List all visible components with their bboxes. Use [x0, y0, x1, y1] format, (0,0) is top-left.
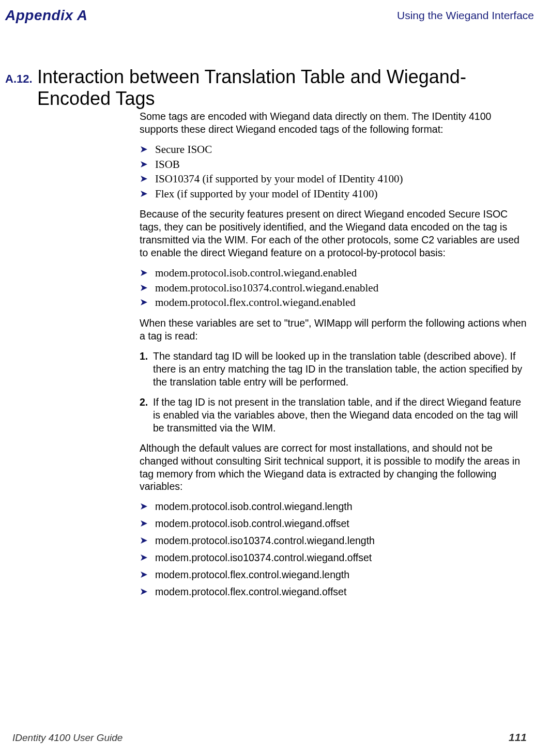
paragraph: When these variables are set to "true", …	[140, 317, 530, 343]
ordered-item: 1. The standard tag ID will be looked up…	[140, 350, 530, 389]
list-text: ISOB	[155, 158, 180, 172]
list-text: modem.protocol.flex.control.wiegand.leng…	[155, 568, 349, 581]
chevron-right-icon: ➤	[140, 551, 155, 564]
list-text: ISO10374 (if supported by your model of …	[155, 173, 403, 186]
chevron-right-icon: ➤	[140, 296, 155, 309]
chevron-right-icon: ➤	[140, 568, 155, 581]
list-item: ➤ modem.protocol.iso10374.control.wiegan…	[140, 534, 530, 547]
body-content: Some tags are encoded with Wiegand data …	[140, 110, 530, 606]
list-item: ➤ modem.protocol.isob.control.wiegand.of…	[140, 517, 530, 530]
footer-guide-name: IDentity 4100 User Guide	[12, 732, 123, 744]
bullet-list: ➤ modem.protocol.isob.control.wiegand.en…	[140, 267, 530, 310]
paragraph: Some tags are encoded with Wiegand data …	[140, 110, 530, 136]
chapter-title: Using the Wiegand Interface	[397, 9, 534, 22]
list-text: modem.protocol.isob.control.wiegand.offs…	[155, 517, 349, 530]
chevron-right-icon: ➤	[140, 173, 155, 186]
list-text: modem.protocol.flex.control.wiegand.offs…	[155, 585, 346, 598]
item-number: 1.	[140, 350, 153, 363]
list-item: ➤ ISOB	[140, 158, 530, 172]
appendix-label: Appendix A	[5, 7, 88, 24]
list-text: Secure ISOC	[155, 143, 212, 157]
list-item: ➤ modem.protocol.flex.control.wiegand.en…	[140, 296, 530, 310]
list-text: modem.protocol.iso10374.control.wiegand.…	[155, 551, 372, 564]
list-text: modem.protocol.flex.control.wiegand.enab…	[155, 296, 356, 310]
page: Appendix A Using the Wiegand Interface A…	[0, 0, 535, 756]
list-item: ➤ modem.protocol.isob.control.wiegand.en…	[140, 267, 530, 280]
list-item: ➤ Flex (if supported by your model of ID…	[140, 188, 530, 201]
list-item: ➤ ISO10374 (if supported by your model o…	[140, 173, 530, 186]
ordered-item: 2. If the tag ID is not present in the t…	[140, 396, 530, 435]
paragraph: Because of the security features present…	[140, 208, 530, 259]
chevron-right-icon: ➤	[140, 267, 155, 280]
bullet-list: ➤ modem.protocol.isob.control.wiegand.le…	[140, 500, 530, 598]
list-item: ➤ modem.protocol.isob.control.wiegand.le…	[140, 500, 530, 513]
item-text: If the tag ID is not present in the tran…	[153, 396, 530, 435]
list-text: Flex (if supported by your model of IDen…	[155, 188, 377, 201]
chevron-right-icon: ➤	[140, 188, 155, 200]
item-text: The standard tag ID will be looked up in…	[153, 350, 530, 389]
list-item: ➤ Secure ISOC	[140, 143, 530, 157]
chevron-right-icon: ➤	[140, 158, 155, 171]
section-number: A.12.	[5, 72, 31, 86]
item-number: 2.	[140, 396, 153, 409]
section-title: Interaction between Translation Table an…	[37, 66, 514, 110]
list-item: ➤ modem.protocol.flex.control.wiegand.of…	[140, 585, 530, 598]
list-text: modem.protocol.isob.control.wiegand.enab…	[155, 267, 357, 280]
list-text: modem.protocol.isob.control.wiegand.leng…	[155, 500, 353, 513]
list-item: ➤ modem.protocol.iso10374.control.wiegan…	[140, 282, 530, 295]
list-text: modem.protocol.iso10374.control.wiegand.…	[155, 282, 378, 295]
chevron-right-icon: ➤	[140, 534, 155, 547]
bullet-list: ➤ Secure ISOC ➤ ISOB ➤ ISO10374 (if supp…	[140, 143, 530, 200]
list-item: ➤ modem.protocol.flex.control.wiegand.le…	[140, 568, 530, 581]
list-item: ➤ modem.protocol.iso10374.control.wiegan…	[140, 551, 530, 564]
page-number: 111	[509, 731, 527, 744]
chevron-right-icon: ➤	[140, 517, 155, 530]
list-text: modem.protocol.iso10374.control.wiegand.…	[155, 534, 375, 547]
paragraph: Although the default values are correct …	[140, 442, 530, 493]
chevron-right-icon: ➤	[140, 585, 155, 598]
chevron-right-icon: ➤	[140, 143, 155, 156]
ordered-list: 1. The standard tag ID will be looked up…	[140, 350, 530, 435]
chevron-right-icon: ➤	[140, 282, 155, 295]
chevron-right-icon: ➤	[140, 500, 155, 513]
